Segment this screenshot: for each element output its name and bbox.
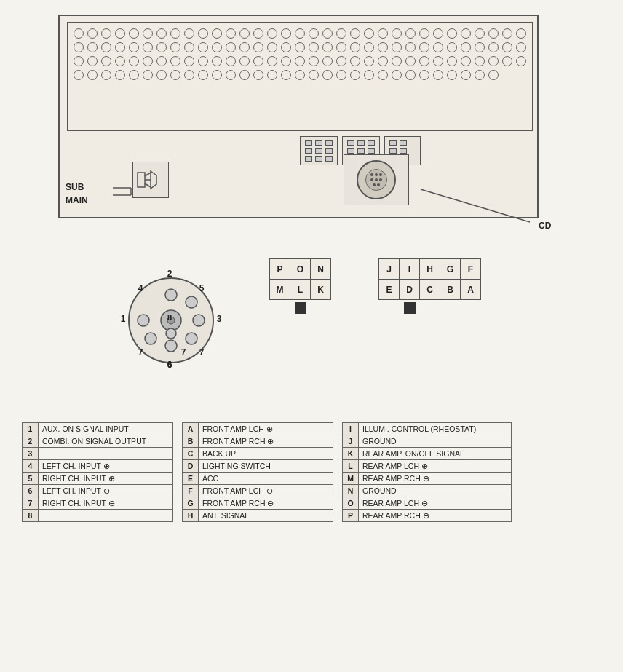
vent-hole xyxy=(309,42,319,52)
wiring-tables: 1AUX. ON SIGNAL INPUT2COMBI. ON SIGNAL O… xyxy=(22,422,604,522)
cd-pin xyxy=(370,173,373,176)
pin-cell: 6 xyxy=(23,485,39,497)
pin xyxy=(357,140,365,146)
pin xyxy=(305,148,312,154)
vent-hole xyxy=(115,70,125,80)
small-connector-icon xyxy=(136,165,165,194)
vent-hole xyxy=(129,70,139,80)
grid-cell-M: M xyxy=(270,280,290,300)
pin xyxy=(400,140,407,146)
vent-hole xyxy=(74,42,84,52)
svg-text:6: 6 xyxy=(167,360,172,370)
vent-hole xyxy=(87,28,98,39)
vent-hole xyxy=(184,28,194,39)
circular-8pin-diagram: 2 5 3 7 6 7 1 4 6 7 8 xyxy=(113,255,229,380)
desc-cell: GROUND xyxy=(359,485,512,497)
device-box xyxy=(58,15,539,218)
svg-line-3 xyxy=(145,183,151,187)
grid-connector-jihgfedcba: J I H G F E D C B A xyxy=(378,258,481,314)
grid-cell-E: E xyxy=(379,280,400,300)
vent-hole xyxy=(322,28,333,39)
table-row: PREAR AMP RCH ⊖ xyxy=(343,510,512,522)
vent-hole xyxy=(170,70,180,80)
grid-cell-H: H xyxy=(420,259,440,280)
svg-text:7: 7 xyxy=(199,347,205,357)
vent-hole xyxy=(419,70,429,80)
table-middle: AFRONT AMP LCH ⊕BFRONT AMP RCH ⊕CBACK UP… xyxy=(182,422,333,522)
grid-cell-B: B xyxy=(440,280,461,300)
grid-cell-C: C xyxy=(420,280,440,300)
vent-hole xyxy=(170,56,180,66)
connector-block-1 xyxy=(300,136,338,165)
cd-pin xyxy=(375,178,378,181)
pin-cell: B xyxy=(183,435,199,448)
vent-hole xyxy=(447,42,457,52)
vent-hole xyxy=(433,28,443,39)
pin-cell: O xyxy=(343,497,359,510)
vent-hole xyxy=(461,42,471,52)
vent-hole xyxy=(502,28,512,39)
vent-hole xyxy=(198,42,208,52)
vent-hole xyxy=(239,70,250,80)
vent-hole xyxy=(184,70,194,80)
table-row: GFRONT AMP RCH ⊖ xyxy=(183,497,333,510)
desc-cell: REAR AMP RCH ⊕ xyxy=(359,473,512,485)
pin-cell: 1 xyxy=(23,423,39,435)
pin-cell: 2 xyxy=(23,435,39,448)
pin xyxy=(368,140,375,146)
vent-hole xyxy=(336,42,346,52)
pin xyxy=(368,148,375,154)
vent-hole xyxy=(475,28,485,39)
vent-hole xyxy=(156,70,167,80)
svg-rect-0 xyxy=(138,173,145,187)
vent-hole xyxy=(253,42,263,52)
vent-hole xyxy=(488,42,499,52)
vent-hole xyxy=(253,28,263,39)
grid-cell-N: N xyxy=(311,259,331,280)
svg-text:7: 7 xyxy=(138,347,143,357)
vent-hole xyxy=(419,42,429,52)
pin xyxy=(315,156,322,162)
desc-cell: ILLUMI. CONTROL (RHEOSTAT) xyxy=(359,423,512,435)
table-row: NGROUND xyxy=(343,485,512,497)
vent-hole xyxy=(475,70,485,80)
vent-hole xyxy=(364,56,374,66)
pin-cell: I xyxy=(343,423,359,435)
vent-hole xyxy=(239,42,250,52)
black-square-1 xyxy=(295,302,306,314)
vent-hole xyxy=(143,28,153,39)
desc-cell: GROUND xyxy=(359,435,512,448)
vent-hole xyxy=(198,70,208,80)
table-row: MREAR AMP RCH ⊕ xyxy=(343,473,512,485)
vent-hole xyxy=(115,56,125,66)
vent-hole xyxy=(516,28,526,39)
vent-hole xyxy=(378,42,388,52)
grid-cell-K: K xyxy=(311,280,331,300)
vent-hole xyxy=(239,56,250,66)
pin xyxy=(305,140,312,146)
vent-hole xyxy=(184,42,194,52)
pin-cell: D xyxy=(183,460,199,473)
vent-hole xyxy=(488,70,499,80)
vent-hole xyxy=(115,28,125,39)
svg-text:7: 7 xyxy=(181,347,186,357)
vent-hole xyxy=(378,70,388,80)
svg-text:8: 8 xyxy=(167,313,172,322)
vent-hole xyxy=(309,70,319,80)
table-row: AFRONT AMP LCH ⊕ xyxy=(183,423,333,435)
vent-hole xyxy=(516,42,526,52)
vent-hole xyxy=(350,70,360,80)
vent-hole xyxy=(309,28,319,39)
pin-cell: L xyxy=(343,460,359,473)
grid-connector-ponmlk: P O N M L K xyxy=(269,258,331,314)
desc-cell: LEFT CH. INPUT ⊖ xyxy=(39,485,173,497)
vent-hole xyxy=(475,42,485,52)
pin-cell: N xyxy=(343,485,359,497)
grid-cell-G: G xyxy=(440,259,461,280)
cd-pin xyxy=(379,178,382,181)
table-row: CBACK UP xyxy=(183,448,333,460)
table-row: 5RIGHT CH. INPUT ⊕ xyxy=(23,473,173,485)
desc-cell: REAR AMP LCH ⊕ xyxy=(359,460,512,473)
grid-table-1: P O N M L K xyxy=(269,258,331,300)
svg-point-19 xyxy=(166,328,176,339)
